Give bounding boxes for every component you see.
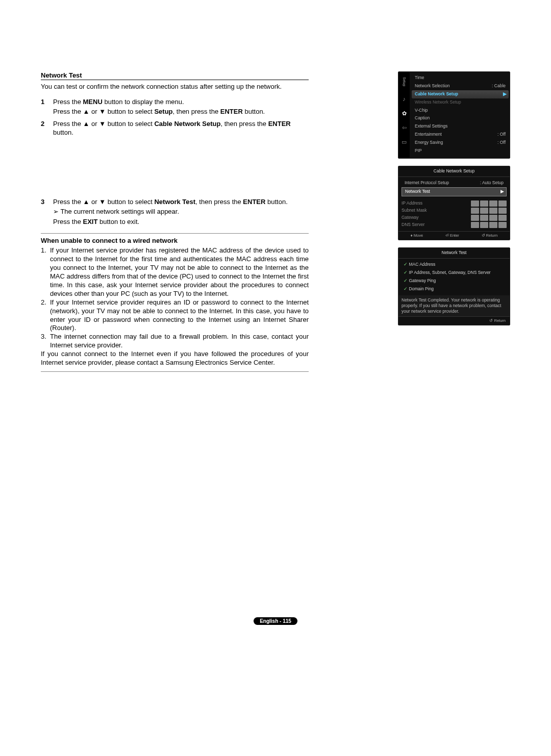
- ip-octet: [480, 200, 488, 207]
- test-check-item: Gateway Ping: [402, 277, 507, 285]
- menu-item[interactable]: Time: [412, 74, 509, 82]
- protocol-value: : Auto Setup: [480, 180, 504, 186]
- osd-category-label: Setup: [402, 75, 407, 88]
- menu-item-label: Time: [415, 75, 424, 81]
- step-number: 2: [41, 119, 53, 137]
- menu-item-label: Cable Network Setup: [415, 91, 458, 97]
- menu-item[interactable]: PIP: [412, 147, 509, 155]
- ip-octet: [489, 215, 497, 221]
- ip-field-cells: [471, 200, 507, 207]
- menu-item-label: External Settings: [415, 123, 447, 130]
- ip-field-label: IP Address: [402, 200, 471, 207]
- network-test-row[interactable]: Network Test▶: [402, 187, 507, 196]
- step-line: Press the MENU button to display the men…: [53, 97, 309, 107]
- step-number: 1: [41, 97, 53, 116]
- panel-title: Network Test: [398, 248, 510, 259]
- gear-icon: ✿: [400, 110, 408, 117]
- ip-field-row: Gateway: [402, 215, 507, 221]
- menu-item-label: Energy Saving: [415, 140, 443, 146]
- step-number: 3: [41, 197, 53, 226]
- list-number: 1.: [41, 246, 50, 298]
- ip-octet: [480, 215, 488, 221]
- osd-setup-menu: Setup ♪ ✿ ⇦ ▭ TimeNetwork Selection: Cab…: [398, 71, 510, 159]
- menu-item-value: : Off: [497, 140, 506, 146]
- list-number: 3.: [41, 333, 50, 350]
- troubleshoot-item: 3.The internet connection may fail due t…: [41, 333, 309, 350]
- instruction-step: 1Press the MENU button to display the me…: [41, 97, 309, 116]
- ip-octet: [489, 208, 497, 214]
- ip-octet: [498, 222, 507, 228]
- test-complete-message: Network Test Completed. Your network is …: [398, 295, 510, 316]
- test-check-item: MAC Address: [402, 261, 507, 269]
- ip-octet: [471, 208, 479, 214]
- menu-item-value: : Off: [497, 132, 506, 138]
- troubleshoot-item: 2.If your Internet service provider requ…: [41, 298, 309, 333]
- music-icon: ♪: [400, 95, 408, 103]
- instruction-step: 3Press the ▲ or ▼ button to select Netwo…: [41, 197, 309, 226]
- menu-item-label: Network Selection: [415, 83, 450, 89]
- menu-item-label: Entertainment: [415, 132, 442, 138]
- list-text: If your Internet service provider requir…: [50, 298, 309, 333]
- list-text: The internet connection may fail due to …: [50, 333, 309, 350]
- ip-octet: [480, 208, 488, 214]
- menu-item-label: Wireless Network Setup: [415, 99, 461, 106]
- ip-field-label: Subnet Mask: [402, 208, 471, 214]
- list-number: 2.: [41, 298, 50, 333]
- troubleshoot-after: If you cannot connect to the Internet ev…: [41, 350, 309, 367]
- ip-octet: [480, 222, 488, 228]
- osd-cable-network-setup: Cable Network Setup Internet Protocol Se…: [398, 166, 510, 240]
- osd-network-test: Network Test MAC AddressIP Address, Subn…: [398, 247, 510, 325]
- menu-item[interactable]: Energy Saving: Off: [412, 139, 509, 147]
- troubleshoot-heading: When unable to connect to a wired networ…: [41, 237, 309, 244]
- menu-item[interactable]: Network Selection: Cable: [412, 82, 509, 90]
- ip-octet: [471, 200, 479, 207]
- troubleshoot-item: 1.If your Internet service provider has …: [41, 246, 309, 298]
- menu-item-label: V-Chip: [415, 108, 428, 114]
- menu-item[interactable]: V-Chip: [412, 107, 509, 115]
- step-body: Press the ▲ or ▼ button to select Networ…: [53, 197, 309, 226]
- ip-field-row: Subnet Mask: [402, 208, 507, 214]
- return-hint: ↺ Return: [482, 233, 498, 239]
- menu-item-label: PIP: [415, 148, 422, 154]
- menu-item[interactable]: Entertainment: Off: [412, 131, 509, 139]
- step-body: Press the MENU button to display the men…: [53, 97, 309, 116]
- menu-item[interactable]: Wireless Network Setup: [412, 98, 509, 107]
- list-text: If your Internet service provider has re…: [50, 246, 309, 298]
- step-line: Press the EXIT button to exit.: [53, 217, 309, 226]
- input-icon: ⇦: [400, 124, 408, 131]
- menu-item[interactable]: External Settings: [412, 122, 509, 131]
- chevron-right-icon: ▶: [503, 91, 507, 97]
- ip-field-row: DNS Server: [402, 222, 507, 228]
- step-line: Press the ▲ or ▼ button to select Setup,…: [53, 107, 309, 116]
- ip-field-label: Gateway: [402, 215, 471, 221]
- step-line: The current network settings will appear…: [53, 207, 309, 216]
- protocol-label: Internet Protocol Setup: [405, 180, 449, 186]
- ip-field-cells: [471, 215, 507, 221]
- step-line: Press the ▲ or ▼ button to select Cable …: [53, 119, 309, 137]
- ip-octet: [498, 200, 507, 207]
- menu-item[interactable]: Cable Network Setup▶: [412, 90, 509, 98]
- ip-field-label: DNS Server: [402, 222, 471, 228]
- ip-octet: [489, 200, 497, 207]
- step-line: Press the ▲ or ▼ button to select Networ…: [53, 197, 309, 207]
- menu-item[interactable]: Caption: [412, 114, 509, 122]
- test-check-item: IP Address, Subnet, Gateway, DNS Server: [402, 269, 507, 277]
- ip-octet: [471, 222, 479, 228]
- ip-field-cells: [471, 222, 507, 228]
- menu-item-value: : Cable: [492, 83, 506, 89]
- enter-hint: ⏎ Enter: [445, 233, 459, 239]
- divider: [41, 371, 309, 372]
- ip-field-row: IP Address: [402, 200, 507, 207]
- step-body: Press the ▲ or ▼ button to select Cable …: [53, 119, 309, 137]
- panel-title: Cable Network Setup: [398, 166, 510, 177]
- menu-item-label: Caption: [415, 115, 430, 121]
- app-icon: ▭: [400, 138, 408, 145]
- test-check-item: Domain Ping: [402, 285, 507, 293]
- divider: [41, 233, 309, 234]
- ip-field-cells: [471, 208, 507, 214]
- return-hint: ↺ Return: [489, 318, 506, 324]
- ip-octet: [489, 222, 497, 228]
- chevron-right-icon: ▶: [500, 189, 504, 195]
- instruction-step: 2Press the ▲ or ▼ button to select Cable…: [41, 119, 309, 137]
- move-hint: ♦ Move: [411, 233, 423, 239]
